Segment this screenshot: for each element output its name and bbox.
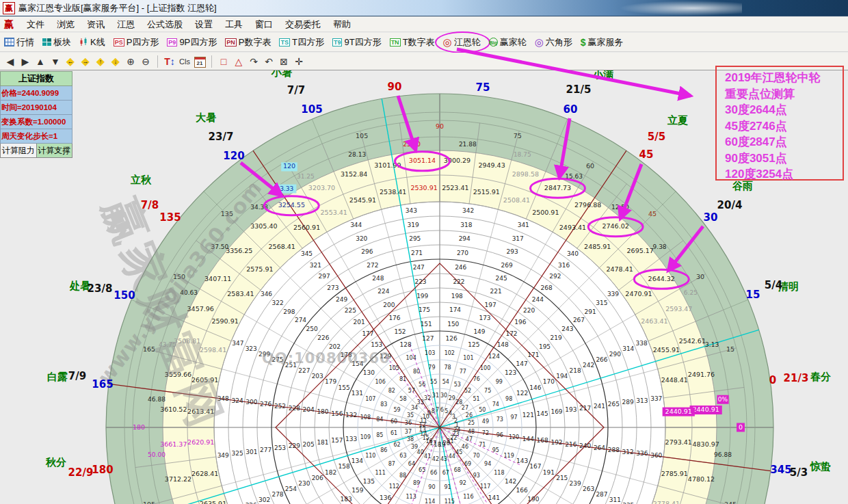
svg-text:60: 60 <box>586 162 594 170</box>
toolbar-button-江恩轮[interactable]: ◎江恩轮 <box>439 34 485 51</box>
svg-text:52: 52 <box>464 388 471 394</box>
calc-support-button[interactable]: 计算支撑 <box>37 144 73 158</box>
toolbar-button-9P四方形[interactable]: P99P四方形 <box>163 34 221 51</box>
svg-text:69: 69 <box>464 461 471 467</box>
toolbar-button-T四方形[interactable]: TST四方形 <box>275 34 328 51</box>
svg-text:128: 128 <box>399 341 411 348</box>
menu-item-6[interactable]: 工具 <box>219 18 249 31</box>
toolbar-button-P四方形[interactable]: PSP四方形 <box>109 34 163 51</box>
toolbar-button-行情[interactable]: 行情 <box>0 34 38 51</box>
svg-text:85: 85 <box>376 432 383 438</box>
svg-text:200: 200 <box>383 302 395 308</box>
delete-box-button[interactable]: ⊠ <box>276 54 291 69</box>
page-next-button[interactable]: ▶ <box>18 54 33 69</box>
wheel-outer-label: 小满 <box>592 70 613 81</box>
svg-text:2500.91: 2500.91 <box>532 209 559 216</box>
toolbar-button-label: T数字表 <box>403 36 435 49</box>
toolbar-button-赢家轮[interactable]: Big赢家轮 <box>485 34 531 51</box>
svg-text:145: 145 <box>537 410 548 417</box>
svg-text:316: 316 <box>558 262 570 269</box>
menu-item-2[interactable]: 资讯 <box>81 18 111 31</box>
triangle-tool-button[interactable]: △ <box>231 54 246 69</box>
T9-badge-icon: T9 <box>332 38 343 47</box>
move-right-button[interactable]: ◆→ <box>78 54 93 69</box>
svg-text:18.75: 18.75 <box>514 151 531 158</box>
menu-item-7[interactable]: 窗口 <box>249 18 279 31</box>
svg-text:42: 42 <box>432 456 439 462</box>
svg-text:349: 349 <box>217 452 229 459</box>
menu-item-9[interactable]: 帮助 <box>327 18 357 31</box>
svg-text:300: 300 <box>246 399 257 406</box>
svg-text:46: 46 <box>462 444 468 450</box>
menu-item-4[interactable]: 公式选股 <box>141 18 189 31</box>
svg-text:66: 66 <box>430 470 437 476</box>
annotation-line-1: 重要点位测算 <box>725 86 843 103</box>
svg-text:131: 131 <box>352 390 363 397</box>
sort-toggle-button[interactable]: T↕ <box>162 54 177 69</box>
toolbar-button-9T四方形[interactable]: T99T四方形 <box>328 34 386 51</box>
svg-text:339: 339 <box>607 291 619 297</box>
zoom-in-button[interactable]: ⊕ <box>123 54 138 69</box>
toolbar-button-P数字表[interactable]: PNP数字表 <box>221 34 275 51</box>
svg-text:294: 294 <box>459 235 471 242</box>
menu-item-8[interactable]: 交易委托 <box>279 18 327 31</box>
toolbar-button-赢家服务[interactable]: $赢家服务 <box>577 34 628 51</box>
big-wheel-icon: Big <box>489 38 498 47</box>
center-tool-button[interactable]: ✛ <box>291 54 306 69</box>
toolbar-button-K线[interactable]: K线 <box>75 34 109 51</box>
svg-text:242: 242 <box>583 362 594 369</box>
svg-text:81: 81 <box>399 376 406 382</box>
toolbar-button-板块[interactable]: 板块 <box>38 34 75 51</box>
TN-badge-icon: TN <box>390 38 401 47</box>
wheel-outer-label: 60 <box>564 103 578 116</box>
svg-text:123: 123 <box>505 369 516 376</box>
rotate-cw-button[interactable]: ↷ <box>246 54 261 69</box>
svg-text:51: 51 <box>473 396 479 402</box>
menu-item-1[interactable]: 浏览 <box>51 18 81 31</box>
PS-badge-icon: PS <box>114 38 124 47</box>
zoom-out-button[interactable]: ⊖ <box>138 54 153 69</box>
svg-text:2485.91: 2485.91 <box>584 243 611 250</box>
svg-text:177: 177 <box>362 330 373 337</box>
svg-text:230: 230 <box>298 480 310 487</box>
quotes-grid-icon <box>4 38 14 47</box>
toolbar-button-六角形[interactable]: ◎六角形 <box>531 34 577 51</box>
move-left-button[interactable]: ◆← <box>63 54 78 69</box>
calendar-button[interactable]: 21 <box>192 54 207 69</box>
menu-item-0[interactable]: 文件 <box>21 18 51 31</box>
svg-text:3305.40: 3305.40 <box>250 222 277 230</box>
toolbar-button-T数字表[interactable]: TNT数字表 <box>386 34 439 51</box>
step-down-button[interactable]: ▼ <box>48 54 63 69</box>
P9-badge-icon: P9 <box>167 38 177 47</box>
page-prev-button[interactable]: ◀ <box>3 54 18 69</box>
menu-item-5[interactable]: 设置 <box>189 18 219 31</box>
svg-text:215: 215 <box>556 475 568 481</box>
svg-text:135: 135 <box>363 478 375 485</box>
menu-item-3[interactable]: 江恩 <box>111 18 141 31</box>
svg-text:267: 267 <box>573 317 585 323</box>
svg-text:101: 101 <box>463 355 473 361</box>
step-up-button[interactable]: ▲ <box>33 54 48 69</box>
svg-text:64: 64 <box>408 461 415 467</box>
info-row-3: 周天变化步长=1 <box>0 129 72 144</box>
svg-text:4830.97: 4830.97 <box>693 440 719 448</box>
svg-text:292: 292 <box>549 273 561 280</box>
svg-text:168: 168 <box>537 437 548 444</box>
svg-text:320: 320 <box>356 235 367 242</box>
svg-text:40: 40 <box>417 449 424 455</box>
svg-text:290: 290 <box>609 351 621 358</box>
svg-text:322: 322 <box>272 300 284 306</box>
wheel-outer-label: 大暑 <box>196 111 216 124</box>
svg-text:41: 41 <box>424 453 431 460</box>
calc-resistance-button[interactable]: 计算阻力 <box>0 144 37 158</box>
move-up-button[interactable]: ◆↑ <box>93 54 108 69</box>
annotation-box: 2019年江恩轮中轮重要点位测算30度2644点45度2746点60度2847点… <box>715 66 844 181</box>
rotate-ccw-button[interactable]: ↶ <box>261 54 276 69</box>
svg-text:341: 341 <box>518 222 529 228</box>
svg-text:113: 113 <box>406 494 416 500</box>
svg-text:93: 93 <box>473 473 480 479</box>
move-down-button[interactable]: ◆↓ <box>108 54 123 69</box>
rect-tool-button[interactable]: □ <box>216 54 231 69</box>
cls-button[interactable]: Cls <box>177 54 192 69</box>
svg-text:2898.58: 2898.58 <box>512 170 539 178</box>
